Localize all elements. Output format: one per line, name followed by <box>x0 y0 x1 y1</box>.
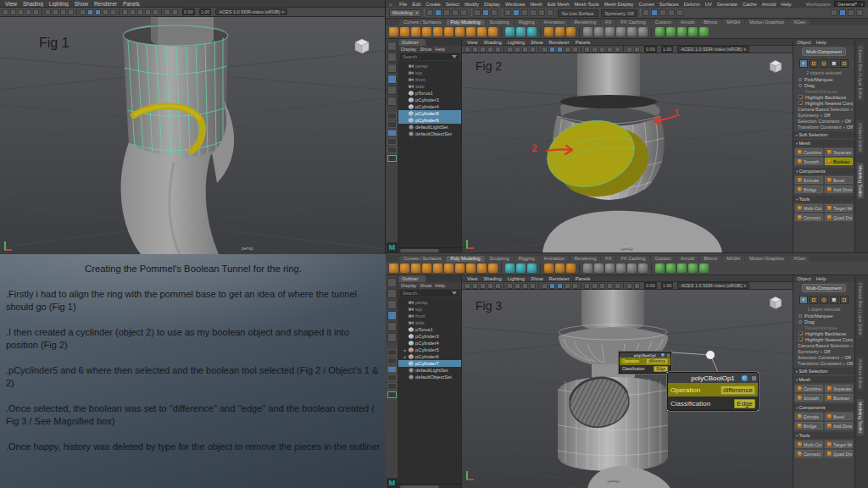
workspace-select[interactable]: General* <box>834 1 865 7</box>
shelf-tab-xgen[interactable]: XGen <box>789 256 810 262</box>
shelf-tab-motion-graphics[interactable]: Motion Graphics <box>745 19 788 25</box>
menu-select[interactable]: Select <box>446 2 459 7</box>
shelf-tab-bifrost[interactable]: Bifrost <box>699 256 721 262</box>
add-divisions-button[interactable]: Add Divisions <box>825 186 853 193</box>
shelf-tab-sculpting[interactable]: Sculpting <box>486 256 514 262</box>
shelf-smooth[interactable] <box>699 27 709 36</box>
shelf-booleans-difference[interactable] <box>555 27 565 36</box>
outliner-menu-display[interactable]: Display <box>401 47 416 52</box>
shelf-combine[interactable] <box>583 27 593 36</box>
bevel-button[interactable]: Bevel <box>825 176 853 184</box>
vp-wireframe-on-shaded[interactable] <box>110 9 116 15</box>
status-open-render-view[interactable] <box>651 9 658 16</box>
selection-constraint-dropdown[interactable]: Selection ConstraintOff <box>795 118 853 124</box>
move-tool-icon[interactable] <box>387 75 397 84</box>
quad-draw-button[interactable]: Quad Draw <box>825 450 853 458</box>
shelf-combine[interactable] <box>583 263 593 273</box>
shelf-booleans-union[interactable] <box>544 263 554 273</box>
outliner-item-persp[interactable]: persp <box>398 299 461 306</box>
shelf-polygon-pyramid[interactable] <box>466 263 476 273</box>
shelf-tab-rigging[interactable]: Rigging <box>515 19 539 25</box>
shelf-polygon-pipe[interactable] <box>477 27 487 36</box>
shelf-booleans-intersection[interactable] <box>566 263 576 273</box>
layout-layout-hypershade-persp[interactable] <box>387 383 397 390</box>
status-select-by-component-type[interactable] <box>491 9 498 16</box>
shelf-tab-rigging[interactable]: Rigging <box>515 256 539 262</box>
multi-component-button[interactable]: Multi-Component <box>802 284 846 292</box>
vp-single-pane-layout[interactable] <box>507 47 513 53</box>
colorspace-select[interactable]: ACES 1.0 SDR-video (sRGB) <box>215 8 287 15</box>
vp-isolate-select[interactable] <box>626 47 632 53</box>
panel-menu-show[interactable]: Show <box>531 276 543 281</box>
outliner-tab[interactable]: Outliner <box>398 275 426 282</box>
vp-wireframe-on-shaded[interactable] <box>572 283 578 289</box>
outliner-item-pcylinder5[interactable]: pCylinder5 <box>398 110 461 117</box>
section-tools[interactable]: Tools <box>793 432 854 439</box>
vp-image-plane[interactable] <box>33 9 39 15</box>
tab-channel-box[interactable]: Channel Box / Layer Editor <box>857 44 864 102</box>
vp-image-plane[interactable] <box>495 283 501 289</box>
sidebar-raise-modeling-toolkit[interactable] <box>856 9 863 16</box>
shelf-polygon-cylinder[interactable] <box>411 27 420 36</box>
shelf-quad-draw[interactable] <box>677 27 687 36</box>
separate-button[interactable]: Separate <box>825 148 853 156</box>
vp-two-pane-layout[interactable] <box>53 9 58 15</box>
shelf-booleans-difference[interactable] <box>555 263 565 273</box>
outliner-item-front[interactable]: front <box>398 76 461 83</box>
shelf-polygon-cube[interactable] <box>400 263 409 273</box>
symmetry-dropdown[interactable]: SymmetryOff <box>795 112 853 118</box>
vp-two-pane-layout[interactable] <box>515 283 520 289</box>
vp-motion-blur[interactable] <box>145 9 151 15</box>
vp-multisampling[interactable] <box>615 283 620 289</box>
vp-textured-mode[interactable] <box>557 283 563 289</box>
shelf-polygon-sphere[interactable] <box>389 263 398 273</box>
vp-wireframe-on-shaded[interactable] <box>572 47 578 53</box>
status-snap-to-points[interactable] <box>521 9 528 16</box>
shelf-target-weld[interactable] <box>666 263 676 273</box>
gamma-field[interactable]: 1.00 <box>661 282 674 289</box>
mode-object-mode[interactable] <box>830 296 838 304</box>
option-tweak-marquee[interactable]: Tweak/Marquee <box>795 324 853 330</box>
status-construction-history[interactable] <box>643 9 649 16</box>
outliner-menu-show[interactable]: Show <box>420 283 431 288</box>
status-snap-to-view-planes[interactable] <box>538 9 545 16</box>
mode-edge-mode[interactable] <box>810 59 818 68</box>
home-icon[interactable] <box>389 2 394 7</box>
vp-x-ray[interactable] <box>634 283 640 289</box>
status-snap-to-grids[interactable] <box>504 9 511 16</box>
sidebar-raise-tool-settings[interactable] <box>848 9 854 16</box>
vp-camera-attributes[interactable] <box>18 9 24 15</box>
vp-four-pane-layout[interactable] <box>530 283 536 289</box>
transform-constraint-dropdown[interactable]: Transform ConstraintOff <box>795 124 853 130</box>
mode-face-mode[interactable] <box>820 59 828 68</box>
fig3-viewport[interactable]: ViewShadingLightingShowRendererPanels 0.… <box>462 275 793 488</box>
menu-deform[interactable]: Deform <box>684 2 700 7</box>
transform-constraint-dropdown[interactable]: Transform ConstraintOff <box>795 360 853 366</box>
status-new-scene[interactable] <box>426 9 433 16</box>
vp-isolate-select[interactable] <box>164 9 170 15</box>
menu-edit[interactable]: Edit <box>412 2 420 7</box>
shelf-polygon-disc[interactable] <box>455 263 465 273</box>
menu-mesh-tools[interactable]: Mesh Tools <box>574 2 598 7</box>
tab-modeling-toolkit[interactable]: Modeling Toolkit <box>857 399 864 435</box>
panel-menu-view[interactable]: View <box>467 276 477 281</box>
shelf-bridge[interactable] <box>627 27 637 36</box>
shelf-polygon-cone[interactable] <box>422 27 431 36</box>
shelf-tab-fx-caching[interactable]: FX Caching <box>616 19 649 25</box>
shelf-polygon-helix[interactable] <box>488 27 498 36</box>
vp-shadows[interactable] <box>130 9 136 15</box>
operation-row[interactable]: Operation difference <box>668 383 758 396</box>
colorspace-select[interactable]: ACES 1.0 SDR-video (sRGB) <box>677 46 749 53</box>
polyboolop-node-mini[interactable]: polyCBoolOp1 Operation difference Classi… <box>619 352 671 374</box>
shelf-polygon-superellipse[interactable] <box>527 27 537 36</box>
panel-menu-show[interactable]: Show <box>75 1 88 7</box>
panel-menu-show[interactable]: Show <box>531 40 543 45</box>
lasso-tool-icon[interactable] <box>387 53 397 62</box>
separate-button[interactable]: Separate <box>825 385 853 392</box>
vp-three-pane-layout[interactable] <box>60 9 66 15</box>
menu-create[interactable]: Create <box>426 2 440 7</box>
shelf-tab-rendering[interactable]: Rendering <box>570 19 600 25</box>
outliner-item-pcylinder4[interactable]: pCylinder4 <box>398 340 461 347</box>
shelf-polygon-superellipse[interactable] <box>527 263 537 273</box>
shelf-booleans-union[interactable] <box>544 27 554 36</box>
